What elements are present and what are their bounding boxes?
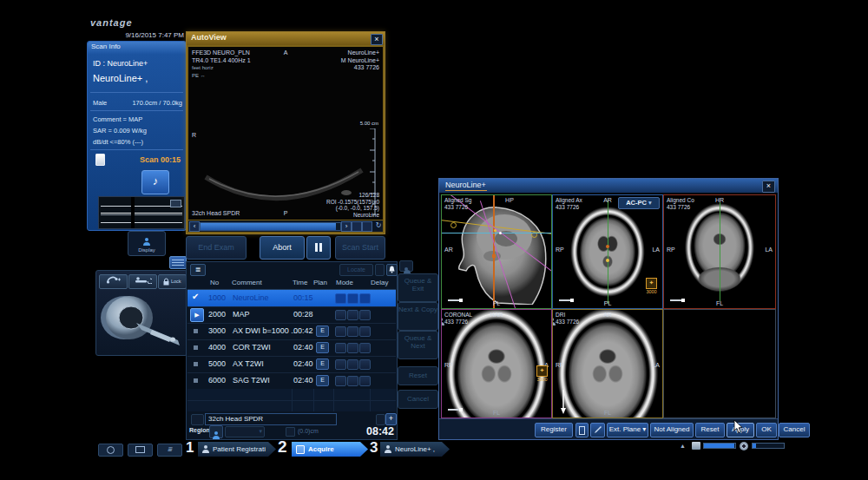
mode-icon[interactable] bbox=[359, 376, 371, 386]
queue-side-icon[interactable] bbox=[399, 260, 413, 272]
queue-row[interactable]: 4000 COR T2WI 02:40 E bbox=[187, 339, 396, 357]
mode-icon[interactable] bbox=[335, 326, 346, 337]
queue-row[interactable]: 3000 AX DWI b=1000 ... 00:42 E bbox=[187, 323, 396, 340]
scroll-thumb[interactable] bbox=[201, 223, 336, 230]
pane-aligned-co[interactable]: Aligned Co 433 7726 HR RP LA FL bbox=[663, 194, 776, 309]
not-aligned-button[interactable]: Not Aligned bbox=[650, 423, 694, 437]
mode-icon[interactable] bbox=[359, 310, 371, 320]
mode-icon[interactable] bbox=[359, 326, 371, 337]
lock-button[interactable]: Lock bbox=[158, 274, 187, 289]
plan-button[interactable]: E bbox=[316, 375, 329, 386]
pane-dri[interactable]: DRI 433 7726 AR RP LA FL bbox=[552, 309, 663, 418]
plan-button[interactable]: E bbox=[316, 342, 329, 353]
coil-button[interactable] bbox=[99, 274, 128, 289]
tab-neuroline[interactable]: NeuroLine+ , bbox=[380, 442, 450, 457]
neuroline-close-button[interactable]: × bbox=[762, 181, 775, 193]
reset-button[interactable]: Reset bbox=[398, 366, 438, 385]
tab-acquire[interactable]: Acquire bbox=[292, 442, 368, 457]
mode-icon[interactable] bbox=[347, 376, 358, 386]
tray-expand-icon[interactable]: ▲ bbox=[680, 443, 686, 449]
couch-button[interactable] bbox=[128, 274, 157, 289]
scroll-track[interactable] bbox=[200, 222, 341, 231]
pane-coronal[interactable]: CORONAL 433 7726 HAR RP LA FL ✦ 3000 bbox=[441, 309, 552, 418]
tab-patient-registration[interactable]: Patient Registration bbox=[198, 442, 276, 457]
queue-row[interactable]: 6000 SAG T2WI 02:40 E bbox=[187, 372, 396, 390]
next-and-copy-button[interactable]: Next & Copy bbox=[398, 302, 438, 331]
layout-button[interactable] bbox=[362, 221, 372, 232]
mode-icon[interactable] bbox=[347, 310, 358, 320]
ortho-line-orange[interactable] bbox=[493, 195, 495, 308]
orient-left: RP bbox=[444, 362, 453, 368]
play-icon[interactable]: ▶ bbox=[190, 308, 204, 322]
mode-icon[interactable] bbox=[347, 326, 358, 337]
scroll-left-arrow[interactable]: ‹ bbox=[189, 221, 200, 232]
mode-icon[interactable] bbox=[335, 310, 346, 320]
region-patient-button[interactable] bbox=[209, 425, 223, 438]
mode-icon[interactable] bbox=[347, 343, 358, 353]
mode-icon[interactable] bbox=[335, 359, 346, 370]
sort-icon-button[interactable]: ≣ bbox=[190, 264, 206, 276]
status-button-3[interactable]: ≣ bbox=[157, 444, 182, 457]
mode-icon[interactable] bbox=[335, 293, 346, 304]
coil-aux-button[interactable] bbox=[376, 414, 385, 425]
queue-and-exit-button[interactable]: Queue & Exit bbox=[398, 273, 438, 302]
queue-and-next-button[interactable]: Queue & Next bbox=[398, 331, 438, 359]
autoview-close-button[interactable]: × bbox=[371, 34, 383, 45]
cancel-button[interactable]: Cancel bbox=[398, 390, 438, 409]
mode-icon[interactable] bbox=[347, 293, 358, 304]
queue-row-current[interactable]: ✔ 1000 NeuroLine 00:15 bbox=[187, 290, 396, 307]
pane-aligned-sg[interactable]: Aligned Sg 433 7726 HP AR FL bbox=[441, 194, 552, 309]
mode-icon[interactable] bbox=[335, 343, 346, 353]
locate-button[interactable]: Locate bbox=[339, 264, 373, 276]
reset-button[interactable]: Reset bbox=[695, 423, 725, 437]
mode-icon[interactable] bbox=[359, 359, 371, 370]
cancel-button[interactable]: Cancel bbox=[779, 423, 810, 437]
keyboard-icon[interactable] bbox=[169, 256, 187, 269]
center-marker[interactable] bbox=[499, 232, 502, 234]
document-icon[interactable] bbox=[95, 154, 105, 166]
abort-button[interactable]: Abort bbox=[260, 236, 305, 260]
mode-icon[interactable] bbox=[359, 293, 371, 304]
mode-icon[interactable] bbox=[335, 376, 346, 386]
add-button[interactable]: + bbox=[385, 413, 397, 425]
queue-row[interactable]: ▶ 2000 MAP 00:28 bbox=[187, 306, 396, 324]
edit-icon-button[interactable] bbox=[590, 423, 605, 437]
ortho-line-cyan[interactable] bbox=[442, 233, 551, 233]
refresh-icon[interactable]: ↻ bbox=[374, 221, 383, 230]
mode-icon[interactable] bbox=[359, 343, 371, 353]
ext-plane-dropdown[interactable]: Ext. Plane ▾ bbox=[607, 423, 648, 437]
line-handle-orange[interactable] bbox=[492, 254, 496, 258]
pc-point[interactable] bbox=[606, 259, 609, 262]
plan-button[interactable]: E bbox=[316, 358, 329, 370]
end-exam-button[interactable]: End Exam bbox=[186, 236, 247, 260]
autoview-image-area[interactable]: FFE3D NEURO_PLN TR4.0 TE1.4 400Hz 1 feet… bbox=[187, 45, 385, 233]
view-mode-button[interactable] bbox=[352, 221, 362, 232]
pane-empty[interactable] bbox=[663, 309, 776, 418]
sequence-timeline[interactable] bbox=[98, 196, 185, 229]
panel-icon-button[interactable] bbox=[575, 423, 589, 437]
autoview-titlebar[interactable]: AutoView bbox=[187, 32, 385, 46]
toolbar-small-button[interactable] bbox=[375, 264, 385, 276]
scroll-right-arrow[interactable]: › bbox=[341, 221, 352, 232]
bell-button[interactable] bbox=[386, 264, 398, 276]
acpc-dropdown[interactable]: AC-PC ▾ bbox=[618, 197, 660, 209]
pause-button[interactable] bbox=[306, 236, 331, 260]
scan-start-button[interactable]: Scan Start bbox=[335, 236, 385, 260]
depth-checkbox[interactable] bbox=[286, 427, 295, 437]
music-button[interactable]: ♪ bbox=[141, 170, 169, 194]
midline-green[interactable] bbox=[608, 200, 608, 304]
mode-icon[interactable] bbox=[347, 359, 358, 370]
coil-select-button[interactable] bbox=[191, 414, 204, 425]
register-button[interactable]: Register bbox=[535, 423, 573, 437]
status-button-2[interactable] bbox=[128, 444, 153, 457]
midline-green[interactable] bbox=[720, 202, 720, 301]
queue-row[interactable]: 5000 AX T2WI 02:40 E bbox=[187, 356, 396, 373]
plan-button[interactable]: E bbox=[316, 325, 329, 337]
slice-scroll-arrow[interactable] bbox=[560, 390, 567, 414]
ok-button[interactable]: OK bbox=[756, 423, 777, 437]
pane-aligned-ax[interactable]: Aligned Ax 433 7726 AC-PC ▾ AR RP LA PL … bbox=[552, 194, 663, 309]
region-dropdown[interactable]: ▾ bbox=[225, 426, 265, 437]
status-button-1[interactable] bbox=[98, 444, 123, 457]
coil-input[interactable]: 32ch Head SPDR bbox=[205, 413, 337, 425]
patient-display-button[interactable]: Display bbox=[128, 231, 166, 256]
